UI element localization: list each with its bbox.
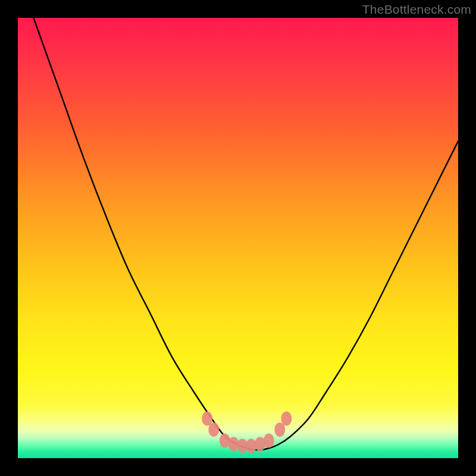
valley-marker bbox=[237, 439, 248, 453]
valley-marker bbox=[264, 433, 274, 447]
curve-path bbox=[18, 18, 458, 450]
valley-marker bbox=[208, 422, 219, 437]
valley-marker bbox=[220, 433, 230, 447]
chart-frame: TheBottleneck.com bbox=[0, 0, 476, 476]
valley-marker bbox=[281, 411, 292, 425]
valley-marker bbox=[228, 437, 239, 451]
valley-marker bbox=[202, 411, 212, 425]
plot-area bbox=[18, 18, 458, 458]
valley-marker bbox=[246, 439, 256, 453]
valley-marker bbox=[255, 437, 265, 451]
valley-marker bbox=[274, 422, 285, 437]
watermark-text: TheBottleneck.com bbox=[362, 2, 471, 17]
bottleneck-curve bbox=[18, 18, 458, 458]
